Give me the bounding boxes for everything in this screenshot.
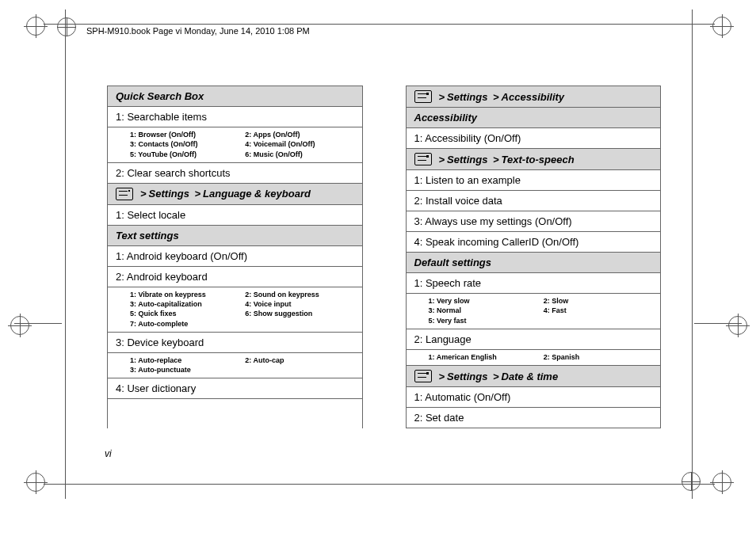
- list-item: 1: Searchable items: [108, 107, 362, 127]
- crop-line: [65, 10, 66, 499]
- section-heading: Accessibility: [407, 108, 661, 128]
- sub-item: 5: Very fast: [429, 317, 537, 325]
- sub-item: 3: Auto-punctuate: [130, 366, 239, 375]
- list-item: 1: Automatic (On/Off): [407, 387, 661, 408]
- registration-mark-icon: [710, 14, 734, 38]
- page-number: vi: [105, 448, 112, 459]
- list-item: 2: Android keyboard: [108, 267, 362, 287]
- crop-line: [14, 323, 62, 324]
- sub-options: 1: Very slow 2: Slow 3: Normal 4: Fast 5…: [407, 294, 661, 329]
- sub-options: 1: Vibrate on keypress 2: Sound on keypr…: [108, 287, 362, 333]
- sub-item: 1: Very slow: [429, 297, 537, 306]
- list-item: 2: Language: [407, 329, 661, 350]
- sub-item: 6: Music (On/Off): [245, 150, 353, 159]
- sub-item: 3: Normal: [429, 306, 537, 315]
- list-item: 3: Device keyboard: [108, 333, 362, 353]
- sub-item: 4: Voicemail (On/Off): [245, 140, 353, 149]
- list-item: 1: Listen to an example: [407, 170, 661, 191]
- menu-icon: [414, 153, 432, 165]
- menu-icon: [414, 90, 432, 103]
- registration-mark-icon: [726, 314, 750, 337]
- list-item: 2: Set date: [407, 408, 661, 428]
- section-heading: Quick Search Box: [108, 86, 362, 107]
- sub-item: 4: Fast: [544, 306, 652, 315]
- registration-mark-icon: [682, 472, 701, 491]
- sub-item: 7: Auto-complete: [130, 320, 239, 329]
- sub-item: 6: Show suggestion: [245, 310, 353, 318]
- breadcrumb: >Settings >Language & keyboard: [138, 188, 311, 200]
- list-item: 1: Android keyboard (On/Off): [108, 246, 362, 267]
- registration-mark-icon: [57, 17, 76, 36]
- registration-mark-icon: [24, 470, 48, 494]
- section-heading: Default settings: [407, 253, 661, 273]
- crop-line: [44, 484, 715, 485]
- registration-mark-icon: [24, 14, 48, 38]
- sub-item: 2: Spanish: [544, 353, 652, 362]
- section-heading: >Settings >Language & keyboard: [108, 184, 362, 205]
- running-header: SPH-M910.book Page vi Monday, June 14, 2…: [86, 26, 310, 36]
- sub-item: 1: Browser (On/Off): [130, 131, 239, 139]
- sub-options: 1: American English 2: Spanish: [407, 350, 661, 366]
- sub-item: 4: Voice input: [245, 300, 353, 309]
- sub-item: 5: Quick fixes: [130, 310, 239, 318]
- section-heading: >Settings >Date & time: [407, 366, 661, 387]
- sub-item: 3: Contacts (On/Off): [130, 140, 239, 149]
- left-column: Quick Search Box 1: Searchable items 1: …: [107, 86, 363, 428]
- menu-icon: [116, 188, 133, 200]
- list-item: 4: User dictionary: [108, 378, 362, 399]
- crop-line: [44, 24, 715, 25]
- sub-item: 3: Auto-capitalization: [130, 300, 239, 309]
- page: SPH-M910.book Page vi Monday, June 14, 2…: [0, 0, 756, 540]
- registration-mark-icon: [8, 314, 32, 337]
- section-heading: >Settings >Accessibility: [407, 86, 661, 108]
- section-heading: Text settings: [108, 226, 362, 246]
- sub-item: 5: YouTube (On/Off): [130, 150, 239, 159]
- list-item: 4: Speak incoming CallerID (On/Off): [407, 232, 661, 253]
- crop-line: [692, 10, 693, 499]
- breadcrumb: >Settings >Date & time: [437, 371, 559, 382]
- sub-options: 1: Auto-replace 2: Auto-cap 3: Auto-punc…: [108, 353, 362, 379]
- content-columns: Quick Search Box 1: Searchable items 1: …: [107, 86, 661, 428]
- breadcrumb: >Settings >Accessibility: [437, 91, 565, 103]
- list-item: 1: Select locale: [108, 205, 362, 226]
- list-item: 2: Clear search shortcuts: [108, 163, 362, 184]
- list-item: 1: Speech rate: [407, 273, 661, 294]
- crop-line: [694, 323, 742, 324]
- section-heading: >Settings >Text-to-speech: [407, 149, 661, 170]
- sub-options: 1: Browser (On/Off) 2: Apps (On/Off) 3: …: [108, 127, 362, 163]
- list-item: 3: Always use my settings (On/Off): [407, 211, 661, 232]
- sub-item: 1: American English: [429, 353, 537, 362]
- menu-icon: [414, 370, 432, 382]
- registration-mark-icon: [710, 470, 734, 494]
- sub-item: 2: Auto-cap: [245, 356, 353, 365]
- list-item: 1: Accessibility (On/Off): [407, 128, 661, 149]
- sub-item: 1: Vibrate on keypress: [130, 291, 239, 299]
- right-column: >Settings >Accessibility Accessibility 1…: [406, 86, 662, 428]
- sub-item: 2: Sound on keypress: [245, 291, 353, 299]
- sub-item: 2: Slow: [544, 297, 652, 306]
- sub-item: 1: Auto-replace: [130, 356, 239, 365]
- list-item: 2: Install voice data: [407, 191, 661, 211]
- sub-item: 2: Apps (On/Off): [245, 131, 353, 139]
- breadcrumb: >Settings >Text-to-speech: [437, 154, 575, 165]
